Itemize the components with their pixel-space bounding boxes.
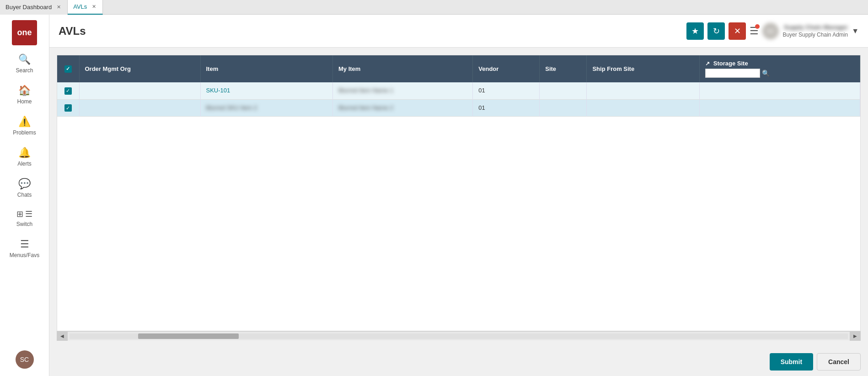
col-header-vendor: Vendor <box>473 55 540 82</box>
page-header: AVLs ★ ↻ ✕ ☰ SC Supply Chain Manager <box>49 15 868 48</box>
row2-checkbox[interactable]: ✓ <box>64 104 72 112</box>
sidebar-item-switch[interactable]: ⊞ ☰ Switch <box>0 204 49 232</box>
row1-ship-from-site <box>587 82 700 99</box>
scroll-left-arrow[interactable]: ◀ <box>57 332 68 341</box>
col-header-storage-site: ↗ Storage Site 🔍 <box>700 55 860 82</box>
sidebar-item-menus-favs[interactable]: ☰ Menus/Favs <box>0 234 49 263</box>
sidebar: one 🔍 Search 🏠 Home ⚠️ Problems 🔔 Alerts… <box>0 15 49 376</box>
menus-favs-icon: ☰ <box>20 238 29 250</box>
user-avatar-header: SC <box>762 23 779 39</box>
page-content: ✓ Order Mgmt Org Item My Item <box>49 48 868 348</box>
col-header-order-mgmt-org: Order Mgmt Org <box>79 55 200 82</box>
table-row: ✓ Blurred SKU Item 2 Blurred Item Name 2… <box>57 99 860 117</box>
row1-order-mgmt-org <box>79 82 200 99</box>
tab-avls-label: AVLs <box>73 3 87 10</box>
row1-storage-site <box>700 82 860 99</box>
row1-site <box>540 82 587 99</box>
storage-site-search-icon[interactable]: 🔍 <box>762 70 770 77</box>
switch-icons: ⊞ ☰ <box>16 209 32 219</box>
alerts-icon: 🔔 <box>18 147 31 159</box>
header-actions: ★ ↻ ✕ ☰ SC Supply Chain Manager Buyer Su… <box>686 22 859 40</box>
dropdown-arrow-icon[interactable]: ▼ <box>852 27 859 35</box>
sidebar-item-alerts[interactable]: 🔔 Alerts <box>0 142 49 172</box>
external-link-icon: ↗ <box>705 60 710 67</box>
close-icon: ✕ <box>734 26 741 36</box>
scroll-right-arrow[interactable]: ▶ <box>850 332 861 341</box>
scroll-thumb[interactable] <box>138 333 239 339</box>
row1-vendor: 01 <box>473 82 540 99</box>
sidebar-item-problems-label: Problems <box>13 129 36 136</box>
tab-bar: Buyer Dashboard ✕ AVLs ✕ <box>0 0 868 15</box>
row2-my-item-value: Blurred Item Name 2 <box>338 104 393 111</box>
row2-vendor: 01 <box>473 99 540 117</box>
close-button[interactable]: ✕ <box>729 22 746 40</box>
row1-item-link[interactable]: SKU-101 <box>206 87 230 94</box>
sidebar-item-home[interactable]: 🏠 Home <box>0 80 49 109</box>
sidebar-item-chats-label: Chats <box>17 192 32 198</box>
switch-grid-icon: ⊞ <box>16 209 23 219</box>
main-layout: one 🔍 Search 🏠 Home ⚠️ Problems 🔔 Alerts… <box>0 15 868 376</box>
row1-checkbox-cell[interactable]: ✓ <box>57 82 79 99</box>
table-row: ✓ SKU-101 Blurred Item Name 1 01 <box>57 82 860 99</box>
scroll-track[interactable] <box>70 333 848 339</box>
row2-site <box>540 99 587 117</box>
user-avatar-sidebar[interactable]: SC <box>16 350 34 369</box>
tab-buyer-dashboard[interactable]: Buyer Dashboard ✕ <box>0 0 68 15</box>
search-icon: 🔍 <box>18 54 31 65</box>
user-name: Supply Chain Manager <box>784 24 848 31</box>
col-header-my-item: My Item <box>333 55 473 82</box>
sidebar-item-menus-favs-label: Menus/Favs <box>10 252 39 258</box>
menu-button[interactable]: ☰ <box>750 25 759 37</box>
user-info: Supply Chain Manager Buyer Supply Chain … <box>782 24 848 38</box>
row1-my-item: Blurred Item Name 1 <box>333 82 473 99</box>
sidebar-item-home-label: Home <box>17 98 32 105</box>
row1-checkbox[interactable]: ✓ <box>64 87 72 95</box>
sidebar-item-search-label: Search <box>16 67 33 74</box>
row2-item-value: Blurred SKU Item 2 <box>206 104 257 111</box>
notification-badge <box>755 24 760 29</box>
row2-checkbox-cell[interactable]: ✓ <box>57 99 79 117</box>
chats-icon: 💬 <box>18 178 31 190</box>
page-title: AVLs <box>59 25 86 38</box>
row1-item: SKU-101 <box>200 82 333 99</box>
problems-icon: ⚠️ <box>18 116 31 128</box>
user-role: Buyer Supply Chain Admin <box>782 32 848 38</box>
col-header-item: Item <box>200 55 333 82</box>
sidebar-item-chats[interactable]: 💬 Chats <box>0 173 49 203</box>
col-header-site: Site <box>540 55 587 82</box>
bottom-actions: Submit Cancel <box>49 348 868 376</box>
home-icon: 🏠 <box>18 85 31 97</box>
tab-buyer-dashboard-label: Buyer Dashboard <box>5 4 52 11</box>
sidebar-item-switch-label: Switch <box>16 221 32 227</box>
horizontal-scrollbar[interactable]: ◀ ▶ <box>57 331 861 340</box>
storage-site-search-input[interactable] <box>705 69 760 78</box>
content-area: AVLs ★ ↻ ✕ ☰ SC Supply Chain Manager <box>49 15 868 376</box>
avl-table-container[interactable]: ✓ Order Mgmt Org Item My Item <box>57 55 861 331</box>
sidebar-item-problems[interactable]: ⚠️ Problems <box>0 111 49 140</box>
storage-site-search: 🔍 <box>705 69 854 78</box>
tab-avls-close[interactable]: ✕ <box>91 4 97 10</box>
row2-storage-site <box>700 99 860 117</box>
avl-table: ✓ Order Mgmt Org Item My Item <box>57 55 860 117</box>
row2-order-mgmt-org <box>79 99 200 117</box>
tab-buyer-dashboard-close[interactable]: ✕ <box>55 4 62 11</box>
select-all-checkbox[interactable]: ✓ <box>64 65 72 73</box>
row2-ship-from-site <box>587 99 700 117</box>
col-header-ship-from-site: Ship From Site <box>587 55 700 82</box>
refresh-button[interactable]: ↻ <box>707 22 725 40</box>
switch-list-icon: ☰ <box>25 209 32 219</box>
favorite-button[interactable]: ★ <box>686 22 704 40</box>
row2-my-item: Blurred Item Name 2 <box>333 99 473 117</box>
tab-avls[interactable]: AVLs ✕ <box>68 0 103 15</box>
cancel-button[interactable]: Cancel <box>817 353 861 371</box>
star-icon: ★ <box>691 26 699 36</box>
sidebar-item-alerts-label: Alerts <box>17 161 32 167</box>
table-header-checkbox[interactable]: ✓ <box>57 55 79 82</box>
row1-my-item-value: Blurred Item Name 1 <box>338 87 393 94</box>
app-logo[interactable]: one <box>12 20 37 45</box>
submit-button[interactable]: Submit <box>770 353 813 371</box>
row2-item: Blurred SKU Item 2 <box>200 99 333 117</box>
refresh-icon: ↻ <box>713 26 720 36</box>
sidebar-item-search[interactable]: 🔍 Search <box>0 49 49 78</box>
